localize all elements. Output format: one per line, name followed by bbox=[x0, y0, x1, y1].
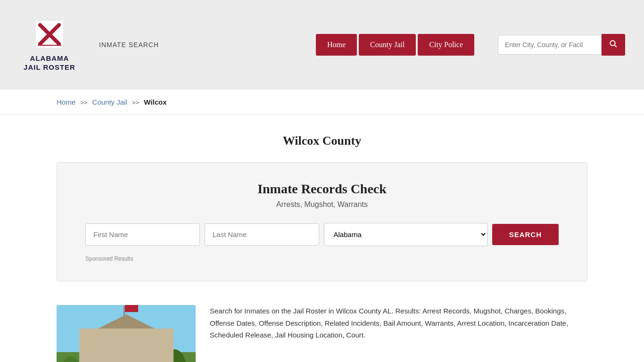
svg-line-5 bbox=[615, 45, 617, 47]
last-name-input[interactable] bbox=[205, 223, 319, 246]
bottom-section: Search for Inmates on the Jail Roster in… bbox=[57, 296, 587, 362]
breadcrumb-sep-1: >> bbox=[80, 99, 87, 106]
svg-point-4 bbox=[610, 41, 615, 46]
first-name-input[interactable] bbox=[85, 223, 200, 246]
breadcrumb-county-jail[interactable]: County Jail bbox=[92, 98, 127, 106]
state-select[interactable]: AlabamaAlaskaArizonaArkansasCaliforniaCo… bbox=[324, 223, 487, 246]
main-nav: Home County Jail City Police bbox=[316, 34, 474, 56]
building-image bbox=[57, 305, 196, 362]
records-check-subtitle: Arrests, Mugshot, Warrants bbox=[85, 200, 559, 209]
breadcrumb-area: Home >> County Jail >> Wilcox bbox=[0, 90, 644, 115]
description-text: Search for Inmates on the Jail Roster in… bbox=[210, 305, 587, 362]
county-jail-nav-button[interactable]: County Jail bbox=[359, 34, 416, 56]
site-header: ALABAMA JAIL ROSTER INMATE SEARCH Home C… bbox=[0, 0, 644, 90]
inmate-search-label: INMATE SEARCH bbox=[99, 41, 159, 49]
logo-text: ALABAMA JAIL ROSTER bbox=[24, 54, 75, 72]
flag bbox=[125, 305, 138, 312]
breadcrumb: Home >> County Jail >> Wilcox bbox=[57, 98, 587, 106]
breadcrumb-home[interactable]: Home bbox=[57, 98, 75, 106]
sponsored-label: Sponsored Results bbox=[85, 255, 559, 262]
breadcrumb-current: Wilcox bbox=[144, 98, 166, 106]
city-police-nav-button[interactable]: City Police bbox=[418, 34, 474, 56]
building-shape bbox=[79, 329, 173, 362]
trees-left bbox=[61, 356, 80, 362]
inmate-search-button[interactable]: SEARCH bbox=[492, 224, 559, 245]
header-search-input[interactable] bbox=[498, 35, 602, 55]
logo-area: ALABAMA JAIL ROSTER bbox=[19, 18, 80, 72]
breadcrumb-sep-2: >> bbox=[132, 99, 139, 106]
page-title: Wilcox County bbox=[57, 134, 587, 148]
main-content: Wilcox County Inmate Records Check Arres… bbox=[0, 115, 644, 362]
records-check-heading: Inmate Records Check bbox=[85, 181, 559, 197]
logo-icon bbox=[33, 18, 66, 51]
header-search-bar bbox=[498, 34, 625, 56]
header-search-button[interactable] bbox=[602, 34, 625, 56]
home-nav-button[interactable]: Home bbox=[316, 34, 357, 56]
records-check-box: Inmate Records Check Arrests, Mugshot, W… bbox=[57, 162, 587, 281]
inmate-search-form: AlabamaAlaskaArizonaArkansasCaliforniaCo… bbox=[85, 223, 559, 246]
search-icon bbox=[609, 40, 618, 48]
